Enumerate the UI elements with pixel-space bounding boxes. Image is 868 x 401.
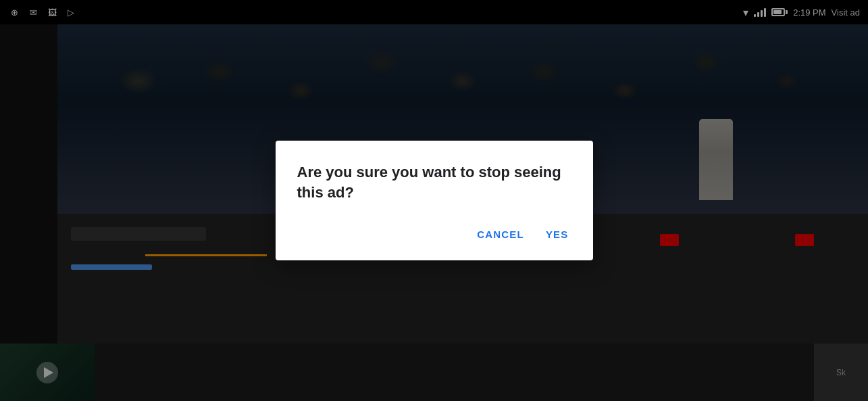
modal-overlay: Are you sure you want to stop seeing thi… <box>0 0 868 401</box>
yes-button[interactable]: YES <box>543 222 571 247</box>
dialog-title: Are you sure you want to stop seeing thi… <box>297 162 571 202</box>
confirmation-dialog: Are you sure you want to stop seeing thi… <box>276 141 593 260</box>
cancel-button[interactable]: CANCEL <box>474 222 527 247</box>
dialog-actions: CANCEL YES <box>297 222 571 247</box>
